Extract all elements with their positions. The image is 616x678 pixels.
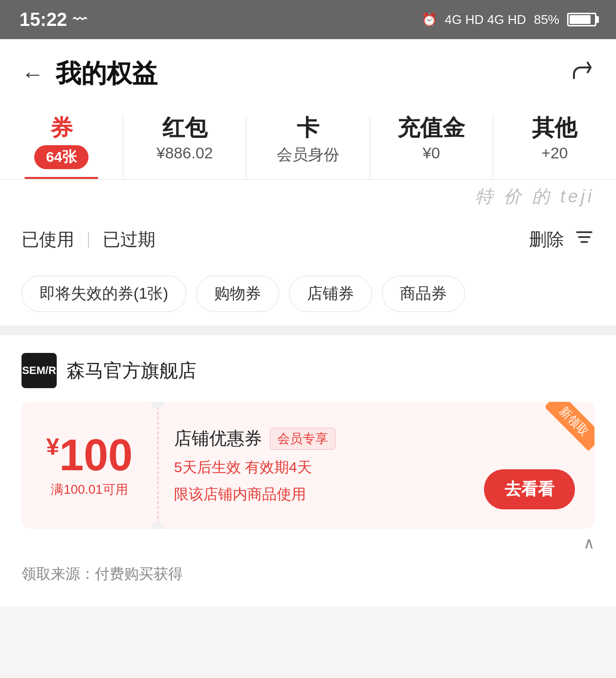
coupon-amount-block: ¥ 100 bbox=[46, 433, 133, 477]
tab-quan-label: 券 bbox=[50, 114, 73, 141]
coupon-right: 店铺优惠券 会员专享 5天后生效 有效期4天 限该店铺内商品使用 bbox=[158, 402, 594, 529]
filter-expired-button[interactable]: 已过期 bbox=[103, 228, 155, 252]
chip-shopping[interactable]: 购物券 bbox=[196, 276, 279, 312]
tab-hongbao-label: 红包 bbox=[162, 114, 207, 141]
chip-expiring[interactable]: 即将失效的券(1张) bbox=[22, 276, 186, 312]
coupon-condition: 满100.01可用 bbox=[51, 481, 128, 498]
clock-time: 15:22 bbox=[20, 9, 67, 30]
header-left: ← 我的权益 bbox=[22, 57, 157, 91]
tab-ka[interactable]: 卡 会员身份 bbox=[246, 114, 369, 179]
store-header: SEM/R 森马官方旗舰店 bbox=[22, 353, 594, 388]
tab-chongzhi-label: 充值金 bbox=[397, 114, 465, 141]
filter-divider bbox=[88, 232, 89, 248]
tab-qita[interactable]: 其他 +20 bbox=[493, 114, 616, 179]
store-name: 森马官方旗舰店 bbox=[66, 358, 197, 383]
status-right: ⏰ 4G HD 4G HD 85% bbox=[421, 12, 596, 27]
back-button[interactable]: ← bbox=[22, 61, 44, 87]
network-label: 4G HD 4G HD bbox=[445, 12, 526, 27]
tab-hongbao-sub: ¥886.02 bbox=[156, 144, 213, 162]
coupon-left: ¥ 100 满100.01可用 bbox=[22, 402, 158, 529]
coupon-title-row: 店铺优惠券 会员专享 bbox=[174, 427, 579, 451]
tab-quan-badge: 64张 bbox=[34, 145, 88, 169]
store-avatar: SEM/R bbox=[22, 353, 57, 388]
filter-used-button[interactable]: 已使用 bbox=[22, 228, 74, 252]
tab-chongzhi[interactable]: 充值金 ¥0 bbox=[370, 114, 493, 179]
tab-chongzhi-sub: ¥0 bbox=[422, 144, 440, 162]
section-gap bbox=[0, 326, 616, 335]
status-time-block: 15:22 〰 bbox=[20, 9, 87, 30]
filter-delete-button[interactable]: 删除 bbox=[529, 228, 564, 252]
collapse-row: ∧ bbox=[22, 529, 594, 552]
watermark-text: 特 价 的 teji bbox=[475, 186, 594, 206]
tab-qita-label: 其他 bbox=[532, 114, 577, 141]
tab-ka-label: 卡 bbox=[297, 114, 319, 141]
collapse-button[interactable]: ∧ bbox=[583, 534, 594, 552]
coupon-symbol: ¥ bbox=[46, 433, 60, 460]
chip-product[interactable]: 商品券 bbox=[382, 276, 465, 312]
coupon-amount: 100 bbox=[59, 433, 132, 477]
tab-hongbao[interactable]: 红包 ¥886.02 bbox=[123, 114, 246, 179]
tab-ka-sub: 会员身份 bbox=[277, 144, 339, 166]
main-content: ← 我的权益 券 64张 红包 ¥886.02 卡 会员身份 充值 bbox=[0, 39, 616, 678]
coupon-cta-button[interactable]: 去看看 bbox=[484, 469, 575, 509]
status-bar: 15:22 〰 ⏰ 4G HD 4G HD 85% bbox=[0, 0, 616, 39]
new-ribbon: 新领取 bbox=[546, 402, 594, 451]
tab-quan[interactable]: 券 64张 bbox=[0, 114, 123, 179]
header: ← 我的权益 bbox=[0, 39, 616, 105]
battery-fill bbox=[570, 15, 591, 24]
signal-icon: 〰 bbox=[73, 12, 87, 28]
tab-qita-sub: +20 bbox=[541, 144, 568, 162]
store-section: SEM/R 森马官方旗舰店 新领取 ¥ 100 满100.01可用 店铺优惠券 bbox=[0, 335, 616, 607]
filter-bar: 已使用 已过期 删除 bbox=[0, 214, 616, 266]
coupon-card: 新领取 ¥ 100 满100.01可用 店铺优惠券 会员专享 5天后生效 有效期… bbox=[22, 402, 594, 529]
new-ribbon-text: 新领取 bbox=[546, 402, 594, 451]
chip-store[interactable]: 店铺券 bbox=[289, 276, 372, 312]
tab-bar: 券 64张 红包 ¥886.02 卡 会员身份 充值金 ¥0 其他 +20 bbox=[0, 105, 616, 179]
battery-percent: 85% bbox=[534, 12, 559, 27]
coupon-source: 领取来源：付费购买获得 bbox=[22, 552, 594, 589]
coupon-title: 店铺优惠券 bbox=[174, 427, 262, 451]
coupon-member-tag: 会员专享 bbox=[270, 428, 335, 450]
battery-icon bbox=[567, 13, 596, 26]
watermark-strip: 特 价 的 teji bbox=[0, 179, 616, 214]
alarm-icon: ⏰ bbox=[421, 12, 437, 27]
page-title: 我的权益 bbox=[56, 57, 157, 91]
share-button[interactable] bbox=[569, 59, 594, 89]
category-chips: 即将失效的券(1张) 购物券 店铺券 商品券 bbox=[0, 266, 616, 326]
filter-icon[interactable] bbox=[574, 227, 594, 252]
filter-right: 删除 bbox=[529, 227, 594, 252]
